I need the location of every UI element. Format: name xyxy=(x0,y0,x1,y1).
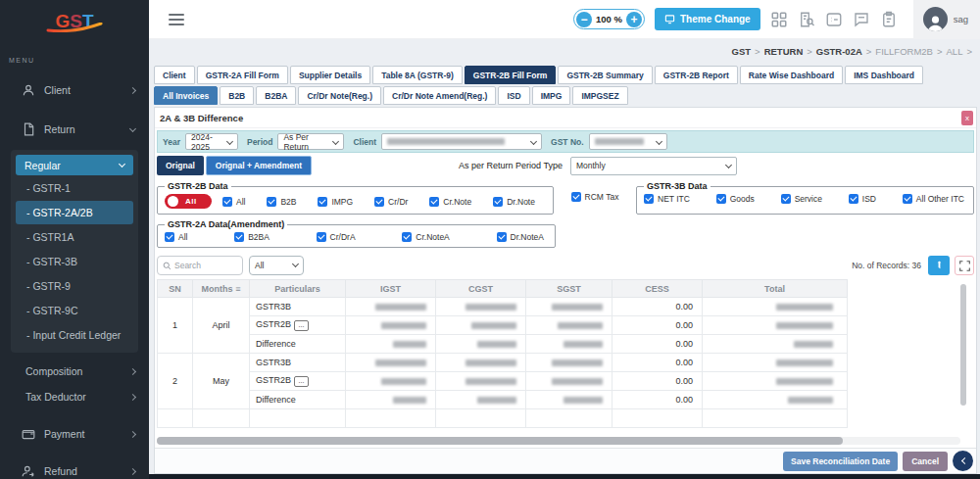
checkbox-cr-note[interactable]: Cr.Note xyxy=(429,197,471,207)
zoom-in-button[interactable]: + xyxy=(626,12,642,27)
save-reconciliation-date-button[interactable]: Save Reconciliation Date xyxy=(783,452,898,471)
checkbox-rcm-tax[interactable]: RCM Tax xyxy=(571,192,619,202)
checkbox-checked-icon xyxy=(497,232,507,242)
cancel-button[interactable]: Cancel xyxy=(903,452,948,471)
checkbox-goods[interactable]: Goods xyxy=(716,194,755,204)
tab-b2ba[interactable]: B2BA xyxy=(256,86,296,105)
close-icon[interactable]: x xyxy=(961,111,973,125)
checkbox-cr-notea[interactable]: Cr.NoteA xyxy=(402,232,450,242)
fullscreen-icon[interactable] xyxy=(955,256,974,275)
breadcrumb-item[interactable]: ALL xyxy=(947,46,963,57)
col-total: Total xyxy=(703,280,848,298)
topbar: − 100 % + Theme Change sag xyxy=(149,0,980,39)
tab-table-8a-gstr-9[interactable]: Table 8A (GSTR-9) xyxy=(372,66,463,84)
checkbox-dr-note[interactable]: Dr.Note xyxy=(493,197,535,207)
more-options-button[interactable]: ... xyxy=(294,376,309,387)
horizontal-scrollbar[interactable] xyxy=(157,437,843,445)
tab-isd[interactable]: ISD xyxy=(498,86,529,105)
months-filter-icon[interactable]: ≡ xyxy=(235,284,240,294)
vertical-scrollbar[interactable] xyxy=(960,284,966,406)
sidebar-item-return[interactable]: Return xyxy=(0,117,149,142)
gst-no-select[interactable] xyxy=(589,133,667,150)
user-menu[interactable]: sag xyxy=(913,0,980,39)
checkbox-b2b[interactable]: B2B xyxy=(267,197,296,207)
sidebar-item-client[interactable]: Client xyxy=(0,77,149,103)
tab-supplier-details[interactable]: Supplier Details xyxy=(290,66,370,84)
tab-b2b[interactable]: B2B xyxy=(220,86,254,105)
filter-button[interactable] xyxy=(928,256,950,275)
checkbox-all-amend[interactable]: All xyxy=(165,232,187,242)
breadcrumb-item[interactable]: FILLFORM2B xyxy=(875,46,933,57)
gstr-2b-data-section: GSTR-2B Data All All B2B IMPG Cr/Dr Cr.N… xyxy=(157,181,554,215)
doc-search-icon[interactable] xyxy=(798,11,815,28)
tab-gstr-2b-fill-form[interactable]: GSTR-2B Fill Form xyxy=(465,66,557,84)
collapse-chat-button[interactable] xyxy=(953,451,973,471)
chat-icon[interactable] xyxy=(853,11,870,28)
clipboard-icon[interactable] xyxy=(880,11,898,28)
client-select[interactable] xyxy=(381,133,542,150)
tab-impgsez[interactable]: IMPGSEZ xyxy=(572,86,627,105)
breadcrumb-item[interactable]: RETURN xyxy=(764,46,804,57)
sidebar-item-gstr-9[interactable]: - GSTR-9 xyxy=(16,274,133,298)
sidebar-item-gstr-3b[interactable]: - GSTR-3B xyxy=(16,250,133,273)
checkbox-isd[interactable]: ISD xyxy=(849,194,876,204)
original-amendment-button[interactable]: Orignal + Amendment xyxy=(206,156,312,175)
more-options-button[interactable]: ... xyxy=(294,320,309,331)
sidebar-item-composition[interactable]: Composition xyxy=(0,359,149,384)
checkbox-b2ba[interactable]: B2BA xyxy=(234,232,270,242)
tab-gstr-2a-fill-form[interactable]: GSTR-2A Fill Form xyxy=(197,66,288,84)
sidebar-item-gstr-1[interactable]: - GSTR-1 xyxy=(16,176,133,200)
redacted-value xyxy=(776,359,833,366)
breadcrumb-item[interactable]: GST xyxy=(732,46,752,57)
tab-ims-dashboard[interactable]: IMS Dashboard xyxy=(845,66,923,84)
sidebar-item-payment[interactable]: Payment xyxy=(0,421,149,447)
checkbox-cr-dra[interactable]: Cr/DrA xyxy=(317,232,356,242)
period-select[interactable]: As Per Return xyxy=(277,133,344,150)
sidebar-item-refund[interactable]: Refund xyxy=(0,458,149,479)
tab-rate-wise-dashboard[interactable]: Rate Wise Dashboard xyxy=(740,66,843,84)
sidebar-item-gstr-9c[interactable]: - GSTR-9C xyxy=(16,299,133,322)
redacted-value xyxy=(552,378,603,385)
checkbox-all-other-itc[interactable]: All Other ITC xyxy=(903,194,964,204)
period-type-select[interactable]: Monthly xyxy=(570,157,737,175)
tab-gstr-2b-report[interactable]: GSTR-2B Report xyxy=(655,66,738,84)
year-select[interactable]: 2024-2025 xyxy=(185,133,238,150)
sidebar-item-gstr1a[interactable]: - GSTR1A xyxy=(16,225,133,249)
cess-cell: 0.00 xyxy=(612,298,703,316)
cgst-cell xyxy=(436,354,526,372)
checkbox-impg[interactable]: IMPG xyxy=(318,197,353,207)
search-input[interactable] xyxy=(174,261,237,270)
sidebar-item-input-credit-ledger[interactable]: - Input Credit Ledger xyxy=(16,323,133,347)
redacted-value xyxy=(375,304,426,311)
category-select[interactable]: All xyxy=(249,256,304,275)
tab-impg[interactable]: IMPG xyxy=(532,86,571,105)
tab-gstr-2b-summary[interactable]: GSTR-2B Summary xyxy=(558,66,652,84)
checkbox-label: NET ITC xyxy=(658,194,690,204)
tab-cr-dr-note-reg[interactable]: Cr/Dr Note(Reg.) xyxy=(298,86,381,105)
checkbox-net-itc[interactable]: NET ITC xyxy=(644,194,690,204)
checkbox-service[interactable]: Service xyxy=(781,194,822,204)
sidebar-item-regular[interactable]: Regular xyxy=(16,155,133,175)
tab-client[interactable]: Client xyxy=(154,66,195,84)
breadcrumb-item[interactable]: GSTR-02A xyxy=(816,46,862,57)
checkbox-cr-dr[interactable]: Cr/Dr xyxy=(374,197,408,207)
period-type-value: Monthly xyxy=(576,161,606,170)
original-button[interactable]: Orignal xyxy=(157,156,204,175)
igst-cell xyxy=(346,316,436,335)
zoom-out-button[interactable]: − xyxy=(576,12,592,27)
funnel-up-icon xyxy=(934,261,945,271)
sidebar-item-gstr-2a-2b[interactable]: - GSTR-2A/2B xyxy=(16,201,133,224)
hamburger-menu-icon[interactable] xyxy=(165,10,188,29)
tab-all-invoices[interactable]: All Invoices xyxy=(154,86,218,105)
checkbox-all[interactable]: All xyxy=(222,197,245,207)
card-icon[interactable] xyxy=(825,11,843,28)
mode-row: Orignal Orignal + Amendment As per Retur… xyxy=(157,156,974,175)
tab-cr-dr-note-amend-reg[interactable]: Cr/Dr Note Amend(Reg.) xyxy=(383,86,496,105)
theme-change-button[interactable]: Theme Change xyxy=(655,8,760,30)
redacted-value xyxy=(564,397,603,404)
checkbox-label: B2BA xyxy=(248,232,270,242)
checkbox-dr-notea[interactable]: Dr.NoteA xyxy=(497,232,545,242)
all-toggle[interactable]: All xyxy=(165,194,212,209)
apps-grid-icon[interactable] xyxy=(770,11,788,28)
sidebar-item-tax-deductor[interactable]: Tax Deductor xyxy=(0,384,149,409)
